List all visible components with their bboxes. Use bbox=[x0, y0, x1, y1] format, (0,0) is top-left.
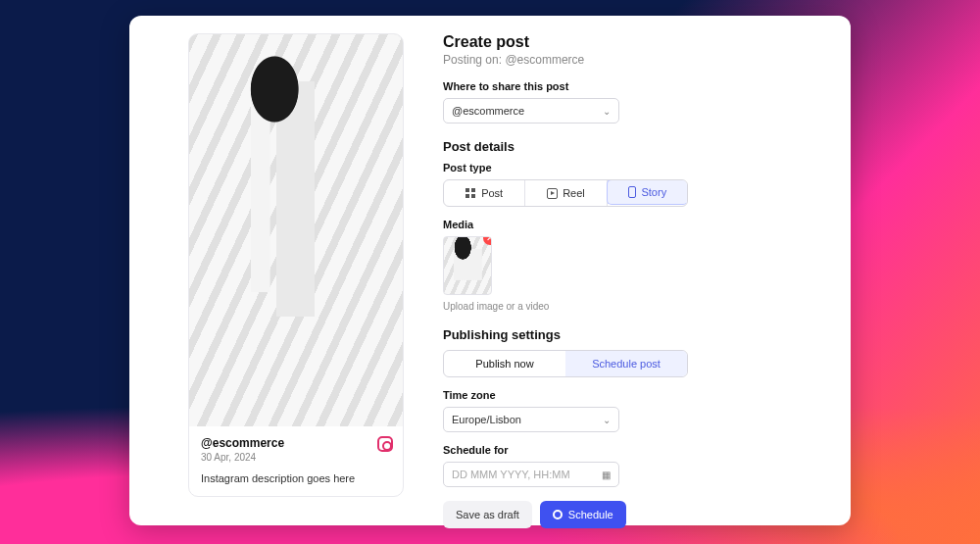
media-label: Media bbox=[443, 219, 829, 230]
timezone-select[interactable]: Europe/Lisbon ⌄ bbox=[443, 407, 619, 432]
post-details-heading: Post details bbox=[443, 139, 829, 154]
preview-card: @escommerce 30 Apr, 2024 Instagram descr… bbox=[188, 33, 404, 497]
posting-on-text: Posting on: @escommerce bbox=[443, 53, 829, 67]
schedule-datetime-input[interactable]: DD MMM YYYY, HH:MM ▦ bbox=[443, 462, 619, 487]
tab-schedule-post[interactable]: Schedule post bbox=[565, 351, 687, 376]
preview-image bbox=[189, 34, 403, 426]
post-preview: @escommerce 30 Apr, 2024 Instagram descr… bbox=[188, 33, 404, 508]
page-title: Create post bbox=[443, 33, 829, 51]
post-type-post[interactable]: Post bbox=[444, 180, 525, 206]
instagram-icon bbox=[377, 436, 393, 452]
schedule-button[interactable]: Schedule bbox=[540, 501, 626, 528]
calendar-icon: ▦ bbox=[602, 470, 611, 480]
timezone-label: Time zone bbox=[443, 389, 829, 401]
create-post-modal: @escommerce 30 Apr, 2024 Instagram descr… bbox=[129, 16, 851, 525]
chevron-down-icon: ⌄ bbox=[603, 415, 611, 425]
preview-date: 30 Apr, 2024 bbox=[201, 452, 391, 463]
share-account-select[interactable]: @escommerce ⌄ bbox=[443, 98, 619, 124]
tab-publish-now[interactable]: Publish now bbox=[444, 351, 565, 376]
story-icon bbox=[628, 186, 636, 198]
publish-mode-segmented: Publish now Schedule post bbox=[443, 350, 688, 377]
chevron-down-icon: ⌄ bbox=[603, 106, 611, 117]
remove-media-button[interactable]: ✕ bbox=[483, 236, 492, 245]
clock-icon bbox=[553, 510, 563, 519]
reel-icon bbox=[547, 188, 558, 199]
save-draft-button[interactable]: Save as draft bbox=[443, 501, 532, 528]
grid-icon bbox=[466, 188, 476, 199]
post-type-reel[interactable]: Reel bbox=[525, 180, 607, 206]
schedule-for-label: Schedule for bbox=[443, 444, 829, 456]
post-type-story[interactable]: Story bbox=[607, 179, 688, 205]
publishing-heading: Publishing settings bbox=[443, 327, 829, 342]
post-type-segmented: Post Reel Story bbox=[443, 179, 688, 207]
post-type-label: Post type bbox=[443, 162, 829, 173]
share-label: Where to share this post bbox=[443, 80, 829, 92]
preview-caption: Instagram description goes here bbox=[201, 472, 391, 484]
preview-author: @escommerce bbox=[201, 436, 391, 450]
media-thumbnail[interactable]: ✕ bbox=[443, 236, 492, 295]
media-hint: Upload image or a video bbox=[443, 301, 829, 312]
